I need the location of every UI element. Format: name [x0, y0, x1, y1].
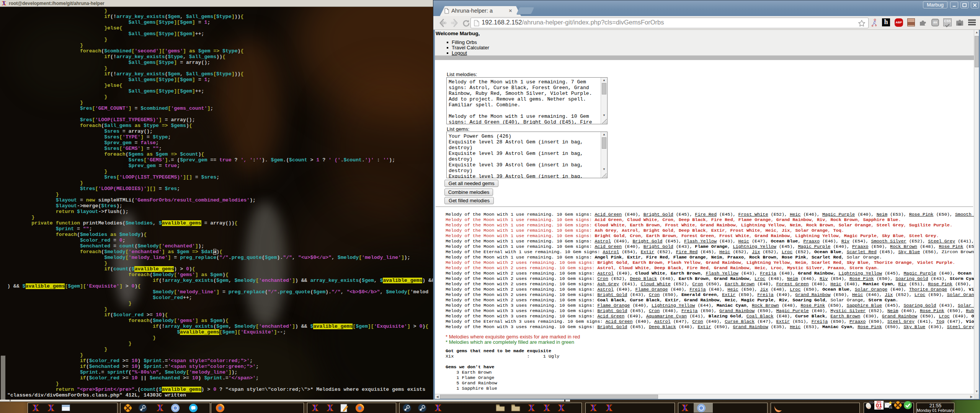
- svg-text:21: 21: [889, 406, 892, 409]
